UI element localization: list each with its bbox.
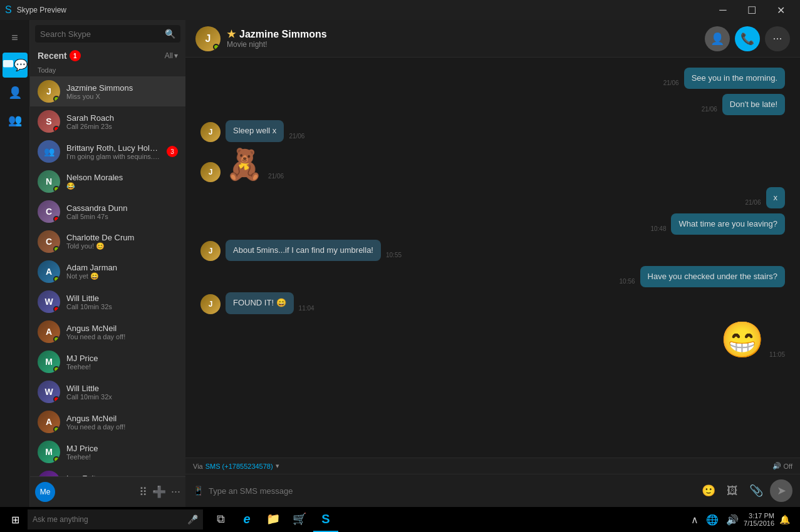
title-bar-left: S Skype Preview: [5, 4, 66, 16]
search-input[interactable]: [40, 29, 165, 39]
contact-item[interactable]: W Will Little Call 10min 32s: [30, 287, 185, 317]
title-bar: S Skype Preview ─ ☐ ✕: [0, 0, 800, 20]
message-bubble: Sleep well x: [226, 120, 284, 141]
contact-name: Angus McNeil: [66, 414, 178, 423]
contact-item[interactable]: C Charlotte De Crum Told you! 😊: [30, 227, 185, 257]
message-avatar: J: [200, 162, 221, 182]
message-time: 21/06: [702, 106, 717, 113]
message-time: 21/06: [268, 173, 284, 180]
sms-number-link[interactable]: SMS (+17855234578): [205, 463, 273, 470]
contact-info: Jazmine Simmons Miss you X: [66, 83, 178, 100]
message-row: J About 5mins...if I can find my umbrell…: [200, 240, 785, 261]
system-tray-chevron[interactable]: ∧: [688, 511, 701, 528]
more-button[interactable]: ···: [765, 26, 790, 51]
contact-preview: 😂: [66, 182, 178, 190]
taskbar-app-store[interactable]: 🛒: [287, 507, 312, 532]
message-avatar: J: [200, 294, 221, 314]
more-options-icon[interactable]: ···: [171, 485, 180, 499]
sms-off-toggle[interactable]: 🔊 Off: [772, 462, 792, 470]
contact-avatar: A: [38, 320, 60, 343]
contact-preview: Teehee!: [66, 453, 178, 461]
contact-name: Brittany Roth, Lucy Holcomb, S...: [66, 143, 160, 153]
sms-msg-icon: 📱: [193, 486, 204, 496]
message-bubble: FOUND IT! 😄: [226, 292, 294, 314]
all-filter-button[interactable]: All ▾: [165, 51, 178, 60]
contact-item[interactable]: A Angus McNeil You need a day off!: [30, 317, 185, 347]
contact-info: MJ Price Teehee!: [66, 354, 178, 371]
input-actions: 🙂 🖼 📎 ➤: [699, 479, 792, 502]
contact-preview: Teehee!: [66, 363, 178, 371]
sms-via-bar: Via SMS (+17855234578) ▾ 🔊 Off: [185, 458, 800, 474]
contact-info: Nelson Morales 😂: [66, 173, 178, 190]
chat-area: J ★ Jazmine Simmons Movie night! 👤 📞 ···…: [185, 20, 800, 507]
dots-menu-icon[interactable]: ⠿: [139, 485, 147, 499]
taskbar-app-explorer[interactable]: 📁: [261, 507, 286, 532]
message-sticker: 🧸: [226, 147, 263, 182]
chat-nav-icon[interactable]: 💬: [3, 53, 28, 78]
star-icon: ★: [227, 28, 236, 40]
chat-header: J ★ Jazmine Simmons Movie night! 👤 📞 ···: [185, 20, 800, 58]
contact-preview: Not yet 😄: [66, 272, 178, 280]
volume-icon[interactable]: 🔊: [724, 511, 741, 528]
user-avatar[interactable]: Me: [35, 482, 55, 502]
cortana-search-input[interactable]: [33, 515, 184, 524]
menu-icon[interactable]: ≡: [3, 25, 28, 50]
contact-item[interactable]: M MJ Price Teehee!: [30, 437, 185, 467]
app-title: Skype Preview: [17, 6, 66, 14]
contact-item[interactable]: A Angus McNeil You need a day off!: [30, 407, 185, 437]
chat-header-avatar: J: [195, 26, 221, 51]
contact-preview: Call 10min 32x: [66, 393, 178, 401]
notification-icon[interactable]: 🔔: [777, 512, 792, 527]
contact-item[interactable]: A Adam Jarman Not yet 😄: [30, 257, 185, 287]
edge-icon: e: [243, 512, 250, 526]
contact-avatar: A: [38, 411, 60, 433]
contact-item[interactable]: 👥 Brittany Roth, Lucy Holcomb, S... I'm …: [30, 136, 185, 166]
network-icon[interactable]: 🌐: [704, 511, 721, 528]
profile-button[interactable]: 👤: [705, 26, 730, 51]
groups-nav-icon[interactable]: 👥: [3, 108, 28, 133]
start-button[interactable]: ⊞: [3, 507, 28, 532]
search-input-wrap[interactable]: 🔍: [35, 25, 180, 43]
status-dot: [53, 276, 60, 282]
sidebar-bottom: Me ⠿ ➕ ···: [30, 476, 185, 507]
send-button[interactable]: ➤: [770, 479, 792, 502]
emoji-button[interactable]: 🙂: [699, 481, 719, 501]
image-button[interactable]: 🖼: [722, 481, 742, 501]
contact-item[interactable]: L Lee Felts Call 26min 16s: [30, 467, 185, 476]
contact-item[interactable]: N Nelson Morales 😂: [30, 166, 185, 197]
taskbar-search[interactable]: 🎤: [28, 509, 203, 529]
message-time: 10:48: [650, 225, 666, 232]
recent-header: Recent 1 All ▾: [30, 48, 185, 64]
contact-info: Cassandra Dunn Call 5min 47s: [66, 203, 178, 220]
new-chat-icon[interactable]: ➕: [152, 485, 166, 499]
message-input[interactable]: [209, 486, 694, 496]
maximize-button[interactable]: ☐: [737, 0, 766, 20]
contact-name: Angus McNeil: [66, 324, 178, 333]
taskbar-clock[interactable]: 3:17 PM 7/15/2016: [744, 512, 774, 527]
call-button[interactable]: 📞: [735, 26, 760, 51]
attachment-button[interactable]: 📎: [746, 481, 766, 501]
messages-area: See you in the morning. 21/06 Don't be l…: [185, 58, 800, 458]
contact-preview: Call 10min 32s: [66, 303, 178, 310]
recent-badge: 1: [70, 50, 81, 61]
contact-item[interactable]: C Cassandra Dunn Call 5min 47s: [30, 197, 185, 227]
contact-info: Adam Jarman Not yet 😄: [66, 263, 178, 280]
contact-item[interactable]: W Will Little Call 10min 32x: [30, 377, 185, 407]
contact-avatar: C: [38, 200, 60, 223]
contacts-nav-icon[interactable]: 👤: [3, 80, 28, 105]
contact-item[interactable]: S Sarah Roach Call 26min 23s: [30, 106, 185, 136]
contact-item[interactable]: J Jazmine Simmons Miss you X: [30, 76, 185, 106]
contact-item[interactable]: M MJ Price Teehee!: [30, 347, 185, 377]
message-bubble: What time are you leaving?: [671, 213, 785, 235]
contact-avatar: M: [38, 350, 60, 373]
contact-name: Will Little: [66, 294, 178, 303]
taskbar-app-skype[interactable]: S: [313, 507, 338, 532]
taskbar-app-task-view[interactable]: ⧉: [208, 507, 233, 532]
message-row: J 🧸 21/06: [200, 147, 785, 182]
message-row: x 21/06: [200, 187, 785, 208]
taskbar-app-edge[interactable]: e: [234, 507, 259, 532]
close-button[interactable]: ✕: [766, 0, 795, 20]
message-row: J Sleep well x 21/06: [200, 120, 785, 141]
minimize-button[interactable]: ─: [709, 0, 737, 20]
skype-icon: S: [321, 512, 330, 526]
